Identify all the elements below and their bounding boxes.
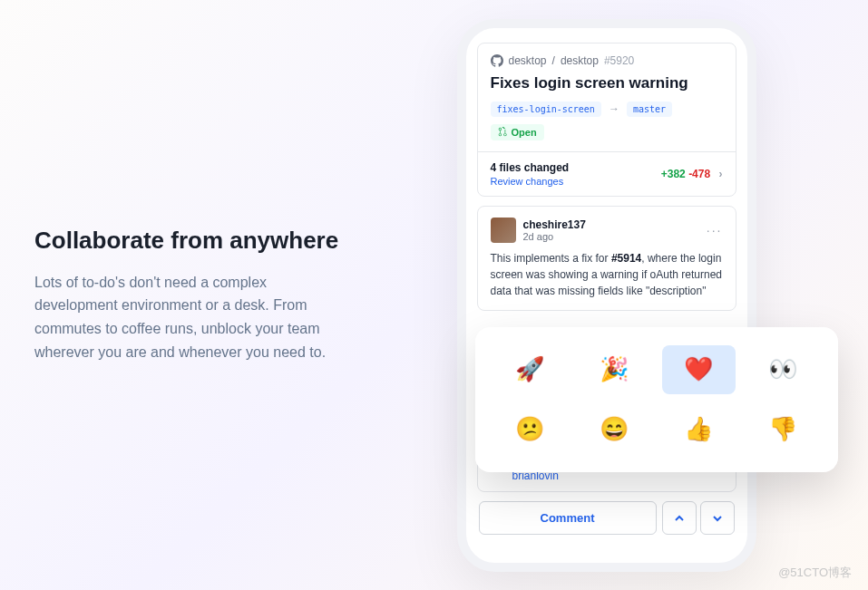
target-branch[interactable]: master <box>627 102 672 117</box>
watermark: @51CTO博客 <box>778 565 852 581</box>
reaction-option[interactable]: 🚀 <box>493 345 567 394</box>
pr-title: Fixes login screen warning <box>491 74 723 92</box>
source-branch[interactable]: fixes-login-screen <box>491 102 601 117</box>
diff-stats: +382 -478 › <box>661 168 723 180</box>
comment-time: 2d ago <box>523 231 586 242</box>
comment-body: This implements a fix for #5914, where t… <box>491 250 723 299</box>
reaction-option[interactable]: 🎉 <box>578 345 651 394</box>
nav-down-button[interactable] <box>700 501 735 535</box>
chevron-down-icon <box>712 513 723 524</box>
comment-card: cheshire137 2d ago ··· This implements a… <box>477 206 736 311</box>
phone-mockup: desktop / desktop #5920 Fixes login scre… <box>457 19 756 572</box>
additions: +382 <box>661 168 686 180</box>
chevron-right-icon: › <box>719 168 723 180</box>
arrow-right-icon: → <box>609 102 619 115</box>
marketing-heading: Collaborate from anywhere <box>34 227 343 255</box>
comment-button[interactable]: Comment <box>479 501 657 535</box>
chevron-up-icon <box>674 513 685 524</box>
pr-number: #5920 <box>604 54 634 67</box>
avatar[interactable] <box>491 218 516 243</box>
pr-status-open: Open <box>491 124 544 140</box>
repo-breadcrumb[interactable]: desktop / desktop #5920 <box>491 54 723 67</box>
files-changed-row[interactable]: 4 files changed Review changes +382 -478… <box>478 151 736 196</box>
reaction-option[interactable]: 👀 <box>746 345 820 394</box>
repo-name: desktop <box>561 54 599 67</box>
git-pull-request-icon <box>498 127 508 137</box>
marketing-copy: Collaborate from anywhere Lots of to-do'… <box>34 227 379 363</box>
repo-owner: desktop <box>509 54 547 67</box>
reaction-option[interactable]: 😕 <box>493 405 567 454</box>
review-changes-link[interactable]: Review changes <box>491 176 570 187</box>
issue-link[interactable]: #5914 <box>611 252 641 265</box>
reaction-picker: 🚀🎉❤️👀😕😄👍👎 <box>475 327 838 472</box>
reaction-option[interactable]: 👎 <box>746 405 820 454</box>
marketing-description: Lots of to-do's don't need a complex dev… <box>34 271 343 363</box>
nav-up-button[interactable] <box>662 501 697 535</box>
comment-author[interactable]: cheshire137 <box>523 218 586 231</box>
reaction-option[interactable]: 😄 <box>578 405 651 454</box>
pr-header-card: desktop / desktop #5920 Fixes login scre… <box>477 43 736 198</box>
github-icon <box>491 54 503 67</box>
deletions: -478 <box>688 168 710 180</box>
files-changed-count: 4 files changed <box>491 161 570 174</box>
more-menu-icon[interactable]: ··· <box>707 223 723 237</box>
reaction-option[interactable]: 👍 <box>662 405 736 454</box>
reaction-option[interactable]: ❤️ <box>662 345 736 394</box>
